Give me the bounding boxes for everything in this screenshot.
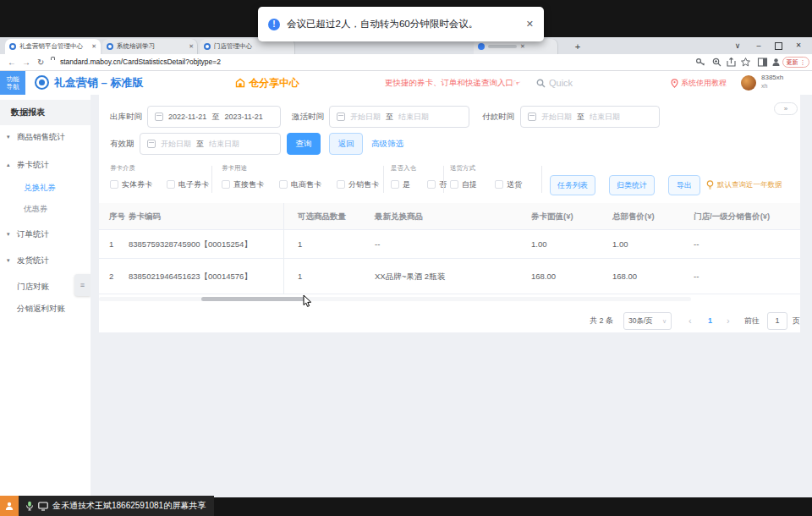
main-area: 出库时间 2022-11-21 至 2023-11-21 激活时间 开始日期 至… xyxy=(91,95,812,497)
forward-icon[interactable] xyxy=(22,54,30,70)
sidebar-item-discount-coupon[interactable]: 优惠券 xyxy=(0,199,91,219)
sidebar-item-card-stats[interactable]: 券卡统计 xyxy=(0,155,91,175)
new-tab-button[interactable] xyxy=(572,41,584,52)
person-icon xyxy=(4,501,14,511)
kebab-menu-icon[interactable] xyxy=(800,59,806,66)
sidebar: 数据报表 商品销售统计 券卡统计 兑换礼券 优惠券 订单统计 发货统计 门店对账… xyxy=(0,95,91,497)
screen-share-text: 金禾通技术王斌18662591081的屏幕共享 xyxy=(52,500,206,512)
table-row[interactable]: 1 8385759328745900【00015254】 1 -- 1.00 1… xyxy=(99,230,800,259)
address-text[interactable]: standard.maboy.cn/CardStatisticsDetail?o… xyxy=(60,54,221,70)
next-page-button[interactable] xyxy=(727,311,730,330)
browser-update-button[interactable]: 更新 xyxy=(782,57,809,68)
group-title: 是否入仓 xyxy=(391,164,416,173)
tab-close-icon[interactable] xyxy=(189,43,194,50)
checkbox-electronic-card[interactable]: 电子券卡 xyxy=(167,177,209,192)
info-icon xyxy=(268,19,280,30)
filters-collapse-button[interactable] xyxy=(774,102,798,115)
date-end-placeholder[interactable]: 结束日期 xyxy=(398,112,429,123)
share-icon[interactable] xyxy=(726,57,737,68)
sidebar-item-product-sales[interactable]: 商品销售统计 xyxy=(0,127,91,147)
browser-tab-2[interactable]: 系统培训学习 xyxy=(102,39,198,54)
checkbox-inbound-yes[interactable]: 是 xyxy=(391,177,410,192)
horizontal-scrollbar-thumb[interactable] xyxy=(201,297,307,301)
split-screen-icon[interactable] xyxy=(757,57,768,68)
filter-label: 付款时间 xyxy=(482,106,514,128)
browser-tab-1[interactable]: 礼盒营销平台管理中心 xyxy=(5,39,101,54)
window-close-icon[interactable] xyxy=(792,40,805,52)
page-size-select[interactable]: 30条/页 xyxy=(623,312,672,330)
function-nav-toggle[interactable]: 功能 导航 xyxy=(0,71,25,95)
date-separator: 至 xyxy=(386,112,393,123)
sidebar-item-label: 商品销售统计 xyxy=(17,127,65,147)
sidebar-item-delivery-stats[interactable]: 发货统计 xyxy=(0,250,91,271)
caret-down-icon xyxy=(7,224,10,244)
checkbox-icon[interactable] xyxy=(495,180,503,189)
date-start-placeholder[interactable]: 开始日期 xyxy=(161,139,191,150)
key-icon[interactable] xyxy=(695,57,706,68)
checkbox-ecommerce-sale[interactable]: 电商售卡 xyxy=(279,177,321,192)
sidebar-item-order-stats[interactable]: 订单统计 xyxy=(0,224,91,244)
warehouse-share-center-link[interactable]: 仓分享中心 xyxy=(235,71,299,95)
outbound-date-range-input[interactable]: 2022-11-21 至 2023-11-21 xyxy=(147,106,281,128)
export-button[interactable]: 导出 xyxy=(668,175,700,195)
date-end-placeholder[interactable]: 结束日期 xyxy=(209,139,239,150)
quick-search[interactable]: Quick xyxy=(536,71,573,95)
checkbox-icon[interactable] xyxy=(450,180,458,189)
screen: 礼盒营销平台管理中心 系统培训学习 门店管理中心 standard.maboy. xyxy=(0,0,812,516)
back-button[interactable]: 返回 xyxy=(329,133,363,155)
checkbox-icon[interactable] xyxy=(222,180,230,189)
checkbox-icon[interactable] xyxy=(427,180,436,189)
validity-date-range-input[interactable]: 开始日期 至 结束日期 xyxy=(140,133,281,155)
username-main: 8385xh xyxy=(761,74,783,82)
activation-date-range-input[interactable]: 开始日期 至 结束日期 xyxy=(329,106,469,128)
date-separator: 至 xyxy=(211,112,219,123)
user-avatar[interactable] xyxy=(741,75,756,91)
horizontal-scrollbar-track[interactable] xyxy=(99,297,691,301)
checkbox-self-pickup[interactable]: 自提 xyxy=(450,177,477,192)
back-icon[interactable] xyxy=(8,54,16,70)
date-start-value[interactable]: 2022-11-21 xyxy=(168,113,206,121)
sidebar-item-rebate-reconcile[interactable]: 分销返利对账 xyxy=(0,299,91,319)
checkbox-icon[interactable] xyxy=(279,180,288,189)
window-menu-icon[interactable] xyxy=(731,40,744,52)
current-page[interactable]: 1 xyxy=(708,311,712,330)
payment-date-range-input[interactable]: 开始日期 至 结束日期 xyxy=(520,106,660,128)
window-minimize-icon[interactable] xyxy=(752,40,765,52)
checkbox-delivery[interactable]: 送货 xyxy=(495,177,522,192)
advanced-filter-link[interactable]: 高级筛选 xyxy=(371,133,403,155)
window-restore-icon[interactable] xyxy=(771,40,785,52)
system-tutorial-link[interactable]: 系统使用教程 xyxy=(671,71,727,95)
checkbox-icon[interactable] xyxy=(167,180,175,189)
prev-page-button[interactable] xyxy=(689,311,692,330)
nav-toggle-line2: 导航 xyxy=(0,83,25,91)
checkbox-distribution-sale[interactable]: 分销售卡 xyxy=(337,177,379,192)
goto-page-input[interactable]: 1 xyxy=(767,312,787,330)
share-center-label: 仓分享中心 xyxy=(249,76,299,91)
bookmark-star-icon[interactable] xyxy=(740,57,751,68)
checkbox-icon[interactable] xyxy=(337,180,345,189)
checkbox-icon[interactable] xyxy=(110,180,118,189)
toast-close-icon[interactable] xyxy=(526,19,534,30)
tab-close-icon[interactable] xyxy=(91,43,96,50)
checkbox-direct-sale[interactable]: 直接售卡 xyxy=(222,177,264,192)
table-row[interactable]: 2 8385021946451623【00014576】 1 XX品牌~果酒 2… xyxy=(99,259,800,294)
checkbox-icon[interactable] xyxy=(391,180,399,189)
date-start-placeholder[interactable]: 开始日期 xyxy=(541,112,572,123)
reload-icon[interactable] xyxy=(37,54,44,70)
app-header: 功能 导航 礼盒营销 – 标准版 仓分享中心 更快捷的券卡、订单和快递查询入口 … xyxy=(0,71,812,95)
checkbox-physical-card[interactable]: 实体券卡 xyxy=(110,177,152,192)
search-button[interactable]: 查询 xyxy=(287,133,321,155)
task-list-button[interactable]: 任务列表 xyxy=(550,175,595,195)
classify-stats-button[interactable]: 归类统计 xyxy=(609,175,655,195)
zoom-icon[interactable] xyxy=(711,57,722,68)
date-end-value[interactable]: 2023-11-21 xyxy=(224,113,262,121)
profile-icon[interactable] xyxy=(771,57,782,68)
tab-close-icon[interactable] xyxy=(520,43,525,50)
microphone-icon xyxy=(25,501,34,511)
checkbox-label: 自提 xyxy=(462,179,477,190)
sidebar-item-exchange-coupon[interactable]: 兑换礼券 xyxy=(0,178,91,198)
calendar-icon xyxy=(155,113,163,121)
date-end-placeholder[interactable]: 结束日期 xyxy=(590,112,620,123)
date-start-placeholder[interactable]: 开始日期 xyxy=(350,112,381,123)
sidebar-collapse-handle[interactable] xyxy=(74,274,91,296)
